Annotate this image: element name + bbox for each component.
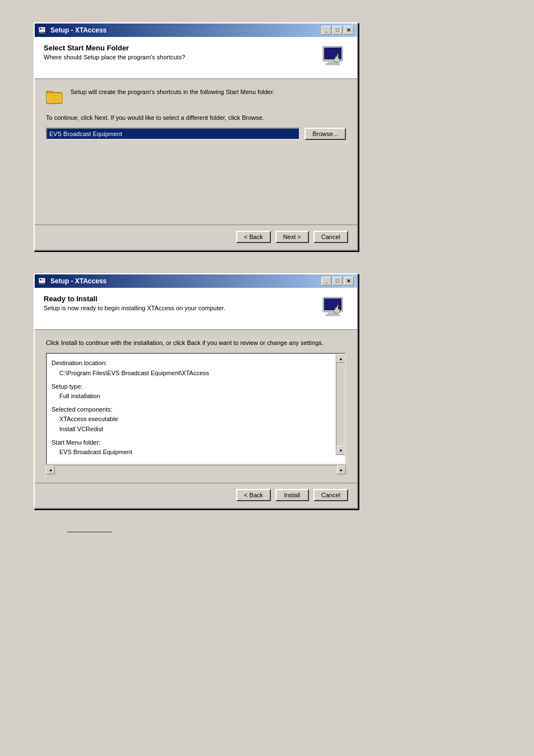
title-bar-1: Setup - XTAccess _ □ ✕ bbox=[35, 24, 357, 37]
folder-icon-1 bbox=[46, 88, 64, 106]
browse-button-1[interactable]: Browse... bbox=[305, 128, 346, 140]
content-area-2: Click Install to continue with the insta… bbox=[35, 330, 357, 483]
destination-value: C:\Program Files\EVS Broadcast Equipment… bbox=[51, 368, 331, 379]
title-controls-2: _ □ ✕ bbox=[321, 277, 354, 286]
summary-destination: Destination location: C:\Program Files\E… bbox=[51, 358, 331, 378]
content-area-1: Setup will create the program's shortcut… bbox=[35, 79, 357, 225]
next-button-1[interactable]: Next > bbox=[275, 231, 309, 243]
title-bar-left-2: Setup - XTAccess bbox=[38, 277, 106, 286]
components-value-2: Install VCRedist bbox=[51, 424, 331, 435]
svg-rect-2 bbox=[39, 33, 45, 34]
button-row-1: < Back Next > Cancel bbox=[35, 225, 357, 250]
start-menu-label: Start Menu folder: bbox=[51, 438, 331, 448]
summary-box-wrapper: Destination location: C:\Program Files\E… bbox=[46, 353, 346, 474]
title-text-1: Setup - XTAccess bbox=[50, 26, 106, 34]
start-menu-value: EVS Broadcast Equipment bbox=[51, 447, 331, 458]
svg-rect-28 bbox=[324, 298, 341, 310]
button-row-2: < Back Install Cancel bbox=[35, 483, 357, 508]
header-computer-icon-1 bbox=[320, 44, 348, 72]
close-button-2[interactable]: ✕ bbox=[344, 277, 354, 286]
back-button-1[interactable]: < Back bbox=[236, 231, 271, 243]
scroll-up-arrow[interactable]: ▲ bbox=[336, 354, 345, 363]
setup-window-2: Setup - XTAccess _ □ ✕ Ready to Install … bbox=[34, 273, 358, 509]
svg-rect-24 bbox=[40, 279, 41, 281]
setup-title-icon-2 bbox=[38, 277, 47, 286]
svg-rect-22 bbox=[39, 284, 45, 284]
scroll-left-arrow[interactable]: ◄ bbox=[46, 465, 55, 474]
svg-rect-4 bbox=[40, 28, 41, 30]
svg-rect-26 bbox=[42, 280, 44, 281]
cancel-button-1[interactable]: Cancel bbox=[313, 231, 348, 243]
input-row-1: Browse... bbox=[46, 128, 346, 140]
summary-setup-type: Setup type: Full installation bbox=[51, 382, 331, 402]
page-bottom-line bbox=[67, 531, 112, 533]
header-subtitle-2: Setup is now ready to begin installing X… bbox=[44, 305, 225, 311]
folder-input-1[interactable] bbox=[46, 128, 300, 140]
scrollbar-horizontal[interactable]: ◄ ► bbox=[46, 465, 346, 474]
scroll-right-arrow[interactable]: ► bbox=[337, 465, 346, 474]
title-text-2: Setup - XTAccess bbox=[50, 277, 106, 285]
continue-text-1: To continue, click Next. If you would li… bbox=[46, 114, 346, 122]
summary-content: Destination location: C:\Program Files\E… bbox=[51, 358, 340, 457]
header-computer-icon-2 bbox=[320, 295, 348, 323]
maximize-button-2[interactable]: □ bbox=[332, 277, 343, 286]
scroll-down-arrow[interactable]: ▼ bbox=[336, 446, 345, 455]
maximize-button-1[interactable]: □ bbox=[332, 26, 343, 35]
install-button[interactable]: Install bbox=[275, 489, 309, 501]
components-value-1: XTAccess executable bbox=[51, 414, 331, 424]
destination-label: Destination location: bbox=[51, 358, 331, 368]
svg-rect-25 bbox=[42, 279, 44, 279]
title-controls-1: _ □ ✕ bbox=[321, 26, 354, 35]
setup-type-value: Full installation bbox=[51, 391, 331, 402]
title-bar-2: Setup - XTAccess _ □ ✕ bbox=[35, 274, 357, 288]
cancel-button-2[interactable]: Cancel bbox=[313, 489, 348, 501]
header-text-2: Ready to Install Setup is now ready to b… bbox=[44, 295, 225, 311]
summary-components: Selected components: XTAccess executable… bbox=[51, 405, 331, 435]
setup-type-label: Setup type: bbox=[51, 382, 331, 392]
svg-rect-8 bbox=[324, 48, 341, 59]
svg-rect-23 bbox=[40, 282, 44, 283]
svg-rect-3 bbox=[40, 31, 44, 32]
scroll-track-v bbox=[336, 363, 345, 446]
summary-box: Destination location: C:\Program Files\E… bbox=[46, 353, 346, 465]
back-button-2[interactable]: < Back bbox=[236, 489, 271, 501]
header-title-2: Ready to Install bbox=[44, 295, 225, 303]
header-section-2: Ready to Install Setup is now ready to b… bbox=[35, 288, 357, 330]
info-row-1: Setup will create the program's shortcut… bbox=[46, 88, 346, 106]
svg-rect-10 bbox=[326, 63, 340, 65]
close-button-1[interactable]: ✕ bbox=[344, 26, 354, 35]
setup-window-1: Setup - XTAccess _ □ ✕ Select Start Menu… bbox=[34, 22, 358, 251]
svg-rect-6 bbox=[42, 29, 44, 30]
header-text-1: Select Start Menu Folder Where should Se… bbox=[44, 44, 185, 60]
svg-rect-5 bbox=[42, 28, 44, 29]
setup-title-icon bbox=[38, 26, 47, 35]
title-bar-left-1: Setup - XTAccess bbox=[38, 26, 106, 35]
summary-start-menu: Start Menu folder: EVS Broadcast Equipme… bbox=[51, 438, 331, 458]
components-label: Selected components: bbox=[51, 405, 331, 415]
minimize-button-2[interactable]: _ bbox=[321, 277, 331, 286]
info-text-1: Setup will create the program's shortcut… bbox=[71, 88, 274, 96]
minimize-button-1[interactable]: _ bbox=[321, 26, 331, 35]
header-title-1: Select Start Menu Folder bbox=[44, 44, 185, 52]
scrollbar-vertical[interactable]: ▲ ▼ bbox=[336, 354, 345, 455]
header-subtitle-1: Where should Setup place the program's s… bbox=[44, 54, 185, 60]
scroll-track-h bbox=[55, 465, 337, 474]
svg-rect-30 bbox=[326, 314, 340, 316]
header-section-1: Select Start Menu Folder Where should Se… bbox=[35, 37, 357, 79]
intro-text-2: Click Install to continue with the insta… bbox=[46, 339, 346, 347]
